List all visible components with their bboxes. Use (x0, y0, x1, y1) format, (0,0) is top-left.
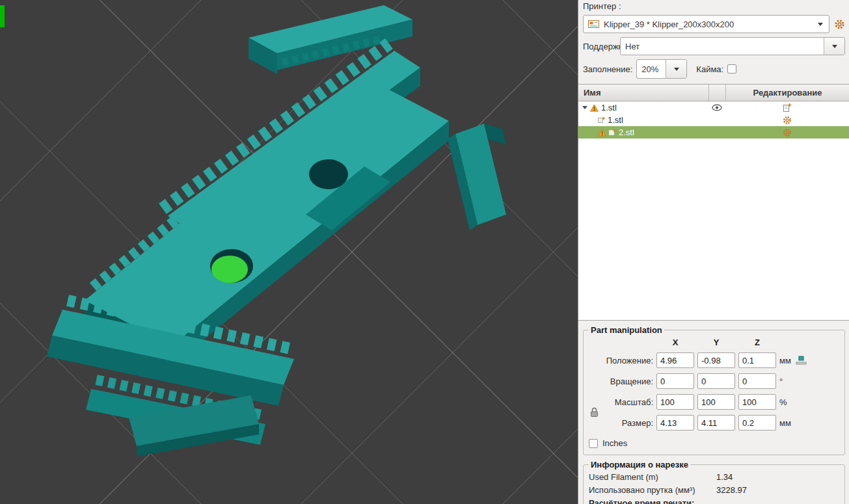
part-manipulation-title: Part manipulation (589, 325, 664, 335)
print-time-value (716, 498, 839, 504)
supports-select-value: Нет (621, 42, 824, 51)
printer-icon (588, 20, 599, 29)
scale-y-input[interactable] (697, 394, 735, 410)
part-label: 2.stl (619, 127, 634, 137)
supports-select-arrow-button[interactable] (824, 38, 844, 55)
slice-info-title: Информация о нарезке (589, 460, 690, 470)
column-header-visibility (708, 85, 725, 101)
printer-settings-gear-icon[interactable] (834, 19, 845, 30)
rotation-y-input[interactable] (697, 373, 735, 389)
warning-icon (598, 129, 606, 137)
chevron-down-icon (832, 45, 837, 48)
scale-unit: % (779, 397, 787, 407)
part-row-1stl[interactable]: 1.stl (578, 114, 849, 126)
settings-panel: Принтер : Klipper_39 * Klipper_200x300x2… (578, 0, 849, 504)
infill-label: Заполнение: (583, 64, 632, 74)
part-label: 1.stl (608, 115, 623, 125)
brim-label: Кайма: (696, 64, 723, 74)
inches-checkbox[interactable] (589, 439, 598, 448)
position-x-input[interactable] (656, 352, 694, 368)
part-settings-gear-icon[interactable] (783, 116, 792, 125)
object-row-1stl[interactable]: 1.stl (578, 101, 849, 114)
model-main-plate (85, 75, 449, 365)
rotation-label: Вращение: (602, 377, 653, 386)
rotation-x-input[interactable] (656, 373, 694, 389)
scale-x-input[interactable] (656, 394, 694, 410)
row-expander-icon[interactable] (582, 106, 587, 109)
part-manipulation-section: Part manipulation X Y Z Положение: мм (583, 325, 845, 455)
part-row-2stl-selected[interactable]: 2.stl (578, 126, 849, 139)
print-time-label: Расчётное время печати: (589, 498, 716, 504)
brim-checkbox[interactable] (727, 64, 736, 73)
column-header-edit: Редактирование (725, 85, 849, 101)
rotation-z-input[interactable] (738, 373, 776, 389)
part-icon (609, 129, 616, 136)
axis-z-header: Z (738, 338, 776, 347)
infill-select[interactable]: 20% (636, 59, 687, 79)
selected-hole-highlight (211, 256, 248, 283)
position-unit: мм (779, 356, 791, 365)
slicer-app-window: Принтер : Klipper_39 * Klipper_200x300x2… (0, 0, 849, 504)
pivot-hole (309, 159, 348, 189)
used-filament-value: 1.34 (716, 472, 839, 482)
rotation-unit: ° (779, 377, 783, 386)
object-list-header: Имя Редактирование (578, 85, 849, 101)
scale-label: Масштаб: (602, 397, 653, 407)
size-y-input[interactable] (697, 415, 735, 431)
axis-y-header: Y (697, 338, 735, 347)
scale-z-input[interactable] (738, 394, 776, 410)
position-z-input[interactable] (738, 352, 776, 368)
slice-info-section: Информация о нарезке Used Filament (m) 1… (583, 460, 845, 504)
part-settings-gear-icon[interactable] (783, 128, 792, 137)
size-z-input[interactable] (738, 415, 776, 431)
material-used-label: Использовано прутка (мм³) (589, 485, 716, 495)
object-list: Имя Редактирование 1.stl (578, 84, 849, 321)
chevron-down-icon (674, 68, 679, 71)
material-used-value: 3228.97 (716, 485, 839, 495)
column-header-name: Имя (578, 88, 708, 98)
size-label: Размер: (602, 418, 653, 428)
3d-viewport[interactable] (0, 0, 578, 504)
chevron-down-icon (818, 23, 823, 26)
visibility-eye-icon[interactable] (712, 104, 722, 111)
used-filament-label: Used Filament (m) (589, 472, 716, 482)
infill-select-arrow-button[interactable] (666, 60, 686, 78)
object-edit-icon[interactable] (783, 103, 792, 113)
object-label: 1.stl (601, 103, 617, 113)
size-unit: мм (779, 418, 791, 428)
viewport-canvas (0, 0, 578, 504)
part-icon (598, 116, 605, 124)
warning-icon (590, 104, 599, 112)
printer-select[interactable]: Klipper_39 * Klipper_200x300x200 (583, 15, 829, 33)
position-label: Положение: (602, 356, 653, 365)
model-3d[interactable] (47, 5, 506, 457)
infill-select-value: 20% (637, 64, 666, 74)
printer-label: Принтер : (583, 1, 845, 11)
printer-select-value: Klipper_39 * Klipper_200x300x200 (599, 20, 818, 29)
uniform-scale-lock-icon[interactable] (590, 407, 599, 418)
origin-marker (0, 5, 5, 27)
supports-select[interactable]: Нет (620, 37, 845, 55)
model-right-block (448, 124, 506, 230)
supports-label: Поддержки: (583, 42, 620, 51)
size-x-input[interactable] (656, 415, 694, 431)
inches-label: Inches (602, 438, 627, 448)
axis-x-header: X (656, 338, 694, 347)
place-on-bed-icon[interactable] (796, 356, 807, 365)
position-y-input[interactable] (697, 352, 735, 368)
